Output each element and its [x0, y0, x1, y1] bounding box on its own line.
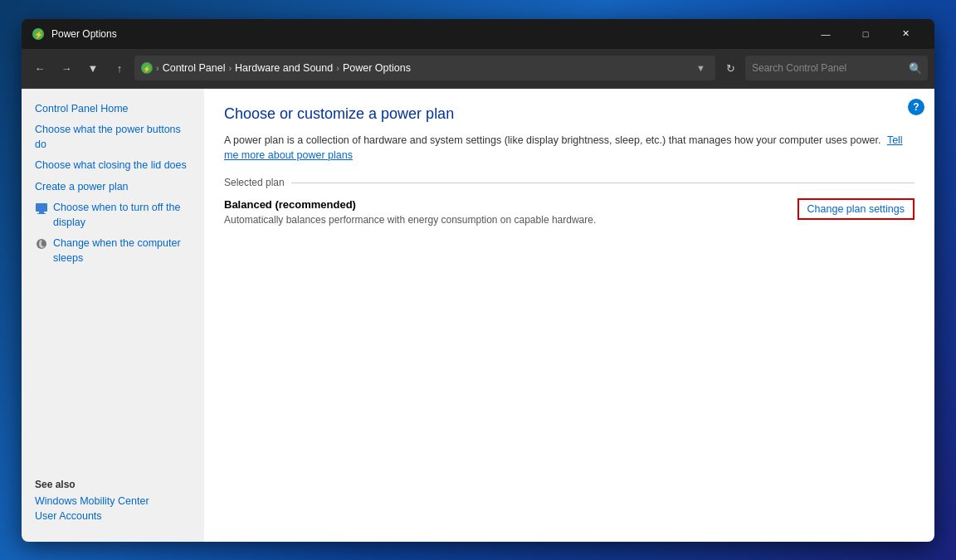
selected-plan-section: Selected plan Balanced (recommended) Aut… — [224, 177, 915, 236]
help-button[interactable]: ? — [908, 99, 924, 115]
close-button[interactable]: ✕ — [886, 21, 924, 47]
content-description: A power plan is a collection of hardware… — [224, 133, 915, 164]
forward-button[interactable]: → — [55, 56, 78, 80]
plan-info: Balanced (recommended) Automatically bal… — [224, 198, 596, 226]
refresh-button[interactable]: ↻ — [719, 56, 742, 80]
selected-plan-label: Selected plan — [224, 177, 915, 188]
window-title: Power Options — [51, 28, 807, 40]
see-also-label: See also — [35, 479, 191, 490]
back-button[interactable]: ← — [28, 56, 51, 80]
description-text: A power plan is a collection of hardware… — [224, 134, 880, 146]
breadcrumb-sep-1: › — [156, 63, 159, 73]
search-input[interactable] — [745, 56, 928, 80]
recent-button[interactable]: ▼ — [81, 56, 105, 80]
display-icon — [35, 202, 48, 215]
minimize-button[interactable]: — — [807, 21, 845, 47]
main-content: Control Panel Home Choose what the power… — [22, 89, 934, 542]
search-button[interactable]: 🔍 — [906, 59, 924, 77]
power-options-window: ⚡ Power Options — □ ✕ ← → ▼ ↑ ⚡ › Contro… — [22, 19, 934, 542]
page-title: Choose or customize a power plan — [224, 105, 915, 123]
svg-rect-5 — [39, 212, 44, 213]
sidebar-item-turn-off-display-container: Choose when to turn off the display — [22, 197, 204, 233]
breadcrumb-hardware-sound[interactable]: Hardware and Sound — [235, 62, 333, 74]
sidebar-item-control-panel-home[interactable]: Control Panel Home — [22, 99, 204, 120]
breadcrumb-sep-3: › — [336, 63, 339, 73]
sidebar-item-computer-sleeps[interactable]: Change when the computer sleeps — [53, 236, 191, 265]
breadcrumb-dropdown-button[interactable]: ▼ — [693, 61, 709, 75]
change-plan-button[interactable]: Change plan settings — [797, 198, 915, 220]
svg-text:⚡: ⚡ — [34, 30, 44, 40]
sidebar-item-computer-sleeps-container: Change when the computer sleeps — [22, 233, 204, 269]
up-button[interactable]: ↑ — [108, 56, 131, 80]
sidebar-item-closing-lid[interactable]: Choose what closing the lid does — [22, 155, 204, 177]
maximize-button[interactable]: □ — [846, 21, 885, 47]
svg-rect-6 — [37, 213, 46, 214]
search-wrapper: 🔍 — [745, 56, 928, 80]
plan-name: Balanced (recommended) — [224, 198, 596, 211]
breadcrumb-power-options: Power Options — [343, 62, 411, 74]
sidebar: Control Panel Home Choose what the power… — [22, 89, 204, 542]
sidebar-spacer — [22, 269, 204, 472]
window-controls: — □ ✕ — [807, 21, 924, 47]
see-also-section: See also Windows Mobility Center User Ac… — [22, 472, 204, 532]
breadcrumb-home-icon: ⚡ — [141, 62, 153, 74]
sidebar-item-turn-off-display[interactable]: Choose when to turn off the display — [53, 201, 191, 230]
sidebar-item-create-plan[interactable]: Create a power plan — [22, 177, 204, 198]
sleep-icon — [35, 237, 48, 251]
plan-card: Balanced (recommended) Automatically bal… — [224, 188, 915, 236]
breadcrumb-control-panel[interactable]: Control Panel — [163, 62, 226, 74]
breadcrumb-bar: ⚡ › Control Panel › Hardware and Sound ›… — [134, 56, 715, 80]
see-also-mobility-center[interactable]: Windows Mobility Center — [35, 495, 191, 507]
title-bar: ⚡ Power Options — □ ✕ — [22, 19, 934, 49]
address-bar: ← → ▼ ↑ ⚡ › Control Panel › Hardware and… — [22, 49, 934, 89]
plan-description: Automatically balances performance with … — [224, 214, 596, 226]
content-area: ? Choose or customize a power plan A pow… — [204, 89, 934, 542]
svg-text:⚡: ⚡ — [143, 65, 151, 73]
svg-rect-4 — [36, 203, 47, 212]
window-icon: ⚡ — [32, 27, 45, 41]
sidebar-item-power-buttons[interactable]: Choose what the power buttons do — [22, 119, 204, 155]
breadcrumb-sep-2: › — [228, 63, 232, 73]
see-also-user-accounts[interactable]: User Accounts — [35, 510, 191, 522]
